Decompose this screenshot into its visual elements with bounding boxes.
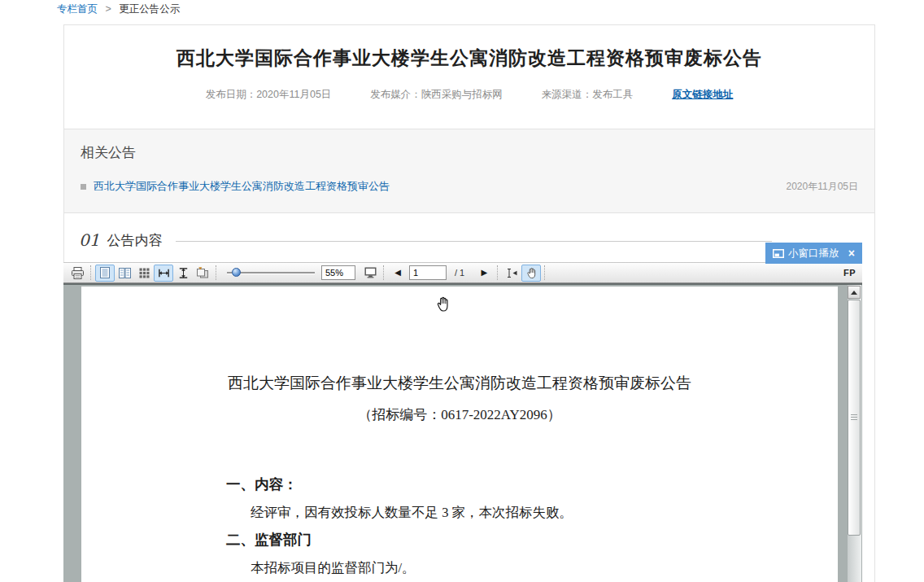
fit-width-icon <box>159 269 169 278</box>
next-page-icon: ▶ <box>481 269 487 277</box>
toolbar-separator <box>497 265 499 280</box>
scrollbar-grip-icon <box>851 413 857 422</box>
related-announcements: 相关公告 西北大学国际合作事业大楼学生公寓消防改造工程资格预审公告 2020年1… <box>64 129 874 213</box>
related-announcement-link[interactable]: 西北大学国际合作事业大楼学生公寓消防改造工程资格预审公告 <box>94 179 390 194</box>
printer-icon <box>71 267 85 279</box>
publish-date-value: 2020年11月05日 <box>256 89 331 100</box>
related-heading: 相关公告 <box>81 129 858 162</box>
announcement-meta: 发布日期：2020年11月05日 发布媒介：陕西采购与招标网 来源渠道：发布工具… <box>64 88 874 102</box>
breadcrumb: 专栏首页 > 更正公告公示 <box>57 2 180 16</box>
section-title: 公告内容 <box>107 231 162 250</box>
thumbnail-view-button[interactable] <box>134 265 154 282</box>
pdf-section1-heading: 一、内容： <box>226 475 298 494</box>
print-button[interactable] <box>68 265 87 282</box>
pdf-toolbar: ◀ / 1 ▶ FP <box>63 262 862 283</box>
toolbar-separator <box>216 265 217 280</box>
pdf-section2-body: 本招标项目的监督部门为/。 <box>251 559 416 577</box>
page-number-input[interactable] <box>409 265 447 280</box>
toolbar-separator <box>544 265 546 280</box>
related-list-item: 西北大学国际合作事业大楼学生公寓消防改造工程资格预审公告 2020年11月05日 <box>81 179 858 194</box>
breadcrumb-separator: > <box>105 3 111 15</box>
fit-height-icon <box>179 268 188 278</box>
picture-in-picture-icon <box>773 249 784 258</box>
related-announcement-date: 2020年11月05日 <box>787 180 859 194</box>
pdf-section1-body: 经评审，因有效投标人数量不足 3 家，本次招标失败。 <box>251 504 573 522</box>
pdf-page: 西北大学国际合作事业大楼学生公寓消防改造工程资格预审废标公告 （招标编号：061… <box>81 287 838 582</box>
source-channel-value: 发布工具 <box>592 89 633 100</box>
pdf-section2-heading: 二、监督部门 <box>226 530 312 549</box>
full-screen-button[interactable] <box>360 265 380 282</box>
rotate-page-icon <box>196 267 209 278</box>
viewer-brand-logo: FP <box>843 268 856 278</box>
popup-play-label: 小窗口播放 <box>788 247 839 260</box>
close-icon[interactable]: × <box>848 247 855 259</box>
text-select-icon <box>506 268 517 278</box>
announcement-header: 西北大学国际合作事业大楼学生公寓消防改造工程资格预审废标公告 发布日期：2020… <box>64 25 874 129</box>
pdf-document-title: 西北大学国际合作事业大楼学生公寓消防改造工程资格预审废标公告 <box>81 373 838 394</box>
grid-icon <box>139 268 150 278</box>
hand-cursor-icon <box>436 295 450 312</box>
section-number: 01 <box>79 230 99 250</box>
monitor-icon <box>364 267 377 278</box>
source-channel-label: 来源渠道： <box>542 89 593 100</box>
toolbar-separator <box>383 265 385 280</box>
scrollbar-thumb[interactable] <box>848 300 861 536</box>
content-section-header: 01 公告内容 <box>64 213 874 250</box>
single-page-view-button[interactable] <box>95 265 115 282</box>
previous-page-icon: ◀ <box>394 269 401 277</box>
page-title: 西北大学国际合作事业大楼学生公寓消防改造工程资格预审废标公告 <box>64 25 874 71</box>
popup-play-button[interactable]: 小窗口播放 × <box>765 243 862 264</box>
text-select-tool-button[interactable] <box>502 265 521 282</box>
single-page-icon <box>100 267 110 278</box>
zoom-level-input[interactable] <box>321 265 355 280</box>
fit-width-button[interactable] <box>154 265 173 282</box>
original-link[interactable]: 原文链接地址 <box>672 88 733 102</box>
pdf-viewer: 小窗口播放 × <box>63 262 862 582</box>
hand-tool-button[interactable] <box>521 265 541 282</box>
publish-media-value: 陕西采购与招标网 <box>421 89 503 100</box>
vertical-scrollbar[interactable] <box>848 285 861 582</box>
source-channel: 来源渠道：发布工具 <box>542 88 634 102</box>
facing-pages-icon <box>119 268 131 278</box>
page-total-label: / 1 <box>455 268 464 278</box>
publish-media-label: 发布媒介： <box>370 89 421 100</box>
next-page-button[interactable]: ▶ <box>474 265 494 282</box>
section-divider <box>176 241 772 242</box>
publish-media: 发布媒介：陕西采购与招标网 <box>370 88 503 102</box>
previous-page-button[interactable]: ◀ <box>388 265 408 282</box>
breadcrumb-current: 更正公告公示 <box>119 3 180 15</box>
pdf-canvas[interactable]: 西北大学国际合作事业大楼学生公寓消防改造工程资格预审废标公告 （招标编号：061… <box>63 283 862 582</box>
publish-date: 发布日期：2020年11月05日 <box>206 88 332 102</box>
zoom-slider[interactable] <box>225 265 316 281</box>
publish-date-label: 发布日期： <box>206 89 257 100</box>
breadcrumb-home-link[interactable]: 专栏首页 <box>57 3 98 15</box>
facing-page-view-button[interactable] <box>115 265 134 282</box>
scroll-up-button[interactable] <box>848 286 861 299</box>
toolbar-separator <box>90 265 92 280</box>
square-bullet-icon <box>81 184 86 190</box>
rotate-view-button[interactable] <box>193 265 212 282</box>
hand-tool-icon <box>526 267 537 278</box>
fit-height-button[interactable] <box>173 265 193 282</box>
scroll-up-arrow-icon <box>851 291 857 295</box>
pdf-tender-number: （招标编号：0617-2022AY2096） <box>81 405 838 424</box>
zoom-slider-knob[interactable] <box>232 268 241 277</box>
